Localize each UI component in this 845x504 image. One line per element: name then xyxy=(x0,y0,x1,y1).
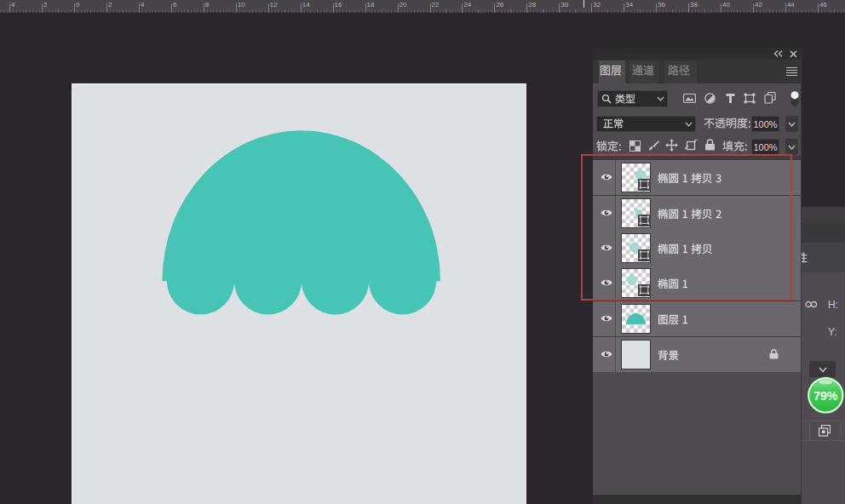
svg-text:79%: 79% xyxy=(813,389,838,403)
